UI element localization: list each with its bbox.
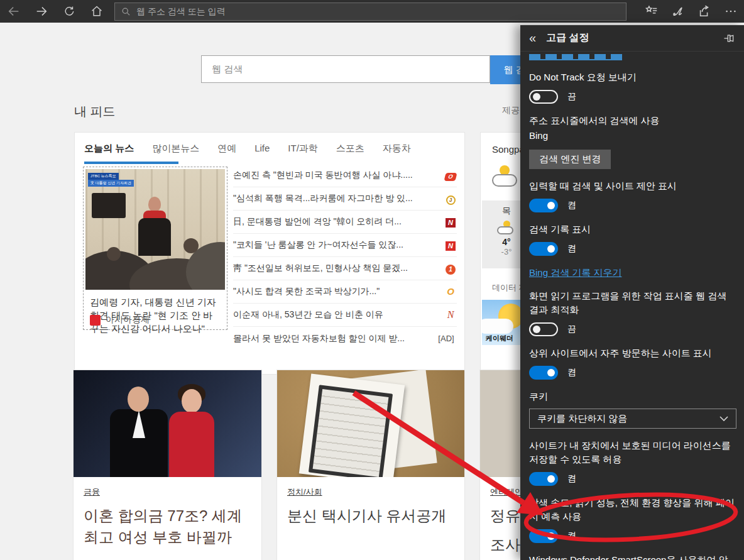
article-row[interactable]: "코치들 '난 룸살롱 안 가~여자선수들 있잖... N bbox=[233, 234, 457, 257]
toggle-state: 켬 bbox=[567, 530, 576, 542]
toggle-state: 켬 bbox=[567, 243, 576, 255]
category-link[interactable]: 엔터테인 bbox=[490, 486, 523, 498]
setting-label-do-not-track: Do Not Track 요청 보내기 bbox=[529, 70, 735, 84]
story-card-finance[interactable]: 금융 이혼 합의금 77조? 세계 최고 여성 부호 바뀔까 bbox=[73, 370, 262, 560]
story-headline[interactable]: 분신 택시기사 유서공개 bbox=[287, 505, 454, 527]
setting-label-screen-reader-optimize: 화면 읽기 프로그램을 위한 작업 표시줄 웹 검색 결과 최적화 bbox=[529, 289, 735, 317]
browser-window: 웹 주소 검색 또는 입력 웹 검색 웹 검색 내 피드 제공 bbox=[0, 0, 744, 560]
more-menu-icon[interactable] bbox=[718, 0, 744, 23]
article-row[interactable]: 日, 문대통령 발언에 격앙 "韓이 오히려 더... N bbox=[233, 211, 457, 234]
news-feed-card: 오늘의 뉴스 많이본뉴스 연예 Life IT/과학 스포츠 자동차 bbox=[74, 132, 465, 375]
story-photo-couple bbox=[74, 370, 261, 477]
cloud-icon bbox=[482, 319, 513, 334]
source-badge-icon: O bbox=[444, 173, 457, 181]
chevron-down-icon bbox=[719, 416, 728, 422]
source-badge-icon: N bbox=[447, 309, 454, 320]
news-tabs: 오늘의 뉴스 많이본뉴스 연예 Life IT/과학 스포츠 자동차 bbox=[75, 133, 464, 155]
broadcast-caption-2: 文 대통령 신년 기자회견 bbox=[88, 180, 134, 187]
source-badge-icon: N bbox=[446, 241, 456, 251]
toggle-page-prediction[interactable] bbox=[529, 529, 558, 543]
weather-ad-label: 케이웨더 bbox=[486, 334, 513, 343]
tab-most-read[interactable]: 많이본뉴스 bbox=[152, 143, 199, 155]
web-note-pen-icon[interactable] bbox=[665, 0, 691, 23]
toggle-top-sites[interactable] bbox=[529, 366, 558, 380]
forward-icon[interactable] bbox=[28, 0, 55, 23]
address-bar[interactable]: 웹 주소 검색 또는 입력 bbox=[114, 3, 626, 21]
tab-it-science[interactable]: IT/과학 bbox=[288, 143, 318, 155]
story-photo-note bbox=[277, 370, 464, 477]
tab-life[interactable]: Life bbox=[254, 143, 270, 155]
article-row[interactable]: "심석희 폭행 목격...라커룸에 자그마한 방 있... J bbox=[233, 187, 457, 211]
setting-label-search-history: 검색 기록 표시 bbox=[529, 222, 735, 236]
toggle-state: 켬 bbox=[567, 473, 576, 485]
favorites-hub-icon[interactable] bbox=[638, 0, 665, 23]
back-icon[interactable] bbox=[0, 0, 28, 23]
featured-story-photo: JTBC 뉴스특보 文 대통령 신년 기자회견 bbox=[85, 169, 225, 290]
advanced-settings-panel: « 고급 설정 Do Not Track 요청 보내기 끔 주소 표시줄에서의 … bbox=[520, 25, 744, 560]
featured-story[interactable]: JTBC 뉴스특보 文 대통령 신년 기자회견 김예령 기자, 대통령 신년 기… bbox=[83, 167, 227, 330]
setting-label-cookies: 쿠키 bbox=[529, 390, 735, 404]
address-placeholder: 웹 주소 검색 또는 입력 bbox=[136, 6, 226, 18]
partly-cloudy-icon bbox=[492, 165, 521, 187]
panel-back-chevron-icon[interactable]: « bbox=[529, 31, 536, 45]
toggle-do-not-track[interactable] bbox=[529, 90, 558, 104]
setting-label-media-licenses: 사이트가 내 장치에서 보호된 미디어 라이선스를 저장할 수 있도록 허용 bbox=[529, 439, 735, 466]
category-link[interactable]: 정치/사회 bbox=[287, 486, 322, 498]
panel-header: « 고급 설정 bbox=[520, 25, 744, 52]
setting-label-smartscreen: Windows Defender SmartScreen을 사용하여 악성 사이… bbox=[529, 553, 735, 560]
source-name: 아시아경제 bbox=[106, 314, 150, 326]
toggle-state: 켬 bbox=[567, 367, 576, 378]
tab-auto[interactable]: 자동차 bbox=[383, 143, 411, 155]
article-row[interactable]: 靑 "조선일보 허위보도, 민형사상 책임 묻겠... 1 bbox=[233, 257, 457, 280]
article-row[interactable]: 이순재 아내, 53년간 모습 안 비춘 이유 N bbox=[233, 304, 457, 327]
article-list: 손예진 측 "현빈과 미국 동반여행 사실 아냐..... O "심석희 폭행 … bbox=[233, 164, 457, 350]
toggle-search-suggestions[interactable] bbox=[529, 199, 558, 212]
clear-bing-history-link[interactable]: Bing 검색 기록 지우기 bbox=[529, 267, 622, 279]
source-badge-icon: J bbox=[446, 195, 456, 205]
setting-label-top-sites: 상위 사이트에서 자주 방문하는 사이트 표시 bbox=[529, 346, 735, 360]
tab-sports[interactable]: 스포츠 bbox=[336, 143, 364, 155]
toggle-state: 끔 bbox=[567, 324, 576, 335]
source-logo-icon bbox=[90, 315, 101, 326]
source-badge-icon: O bbox=[447, 286, 454, 297]
forecast-partly-cloudy-icon bbox=[497, 221, 516, 234]
tab-todays-news[interactable]: 오늘의 뉴스 bbox=[84, 143, 134, 155]
story-card-politics[interactable]: 정치/사회 분신 택시기사 유서공개 bbox=[276, 370, 465, 560]
article-row[interactable]: "사시도 합격 못한 조국과 박상기가..." O bbox=[233, 280, 457, 304]
browser-toolbar: 웹 주소 검색 또는 입력 bbox=[0, 0, 744, 23]
tab-entertainment[interactable]: 연예 bbox=[217, 143, 236, 155]
clipped-link-partial[interactable] bbox=[529, 54, 622, 60]
reporter-figure bbox=[148, 197, 161, 212]
web-search-placeholder: 웹 검색 bbox=[212, 63, 243, 75]
search-icon bbox=[121, 7, 131, 16]
provider-label: 제공 bbox=[502, 105, 520, 116]
broadcast-caption-1: JTBC 뉴스특보 bbox=[88, 173, 119, 180]
setting-label-page-prediction: 탐색 속도, 읽기 성능, 전체 환경 향상을 위해 페이지 예측 사용 bbox=[529, 496, 735, 524]
feed-title: 내 피드 bbox=[74, 103, 116, 120]
panel-title: 고급 설정 bbox=[546, 31, 589, 45]
article-row[interactable]: 손예진 측 "현빈과 미국 동반여행 사실 아냐..... O bbox=[233, 164, 457, 187]
source-badge-icon: 1 bbox=[446, 265, 456, 275]
refresh-icon[interactable] bbox=[55, 0, 83, 23]
toggle-state: 켬 bbox=[567, 200, 576, 211]
pin-panel-icon[interactable] bbox=[723, 32, 735, 45]
ad-label: [AD] bbox=[435, 334, 457, 343]
active-tab-underline bbox=[84, 162, 178, 164]
category-link[interactable]: 금융 bbox=[84, 486, 100, 498]
setting-label-address-bar-search: 주소 표시줄에서의 검색에 사용 bbox=[529, 114, 735, 128]
toggle-screen-reader-optimize[interactable] bbox=[529, 322, 558, 336]
web-search-input[interactable]: 웹 검색 bbox=[201, 55, 490, 83]
search-engine-value: Bing bbox=[529, 130, 735, 141]
source-badge-icon: N bbox=[446, 218, 456, 228]
article-row-ad[interactable]: 몰라서 못 받았던 자동차보험 할인 이제 받... [AD] bbox=[233, 327, 457, 350]
cookies-dropdown[interactable]: 쿠키를 차단하지 않음 bbox=[529, 409, 736, 429]
story-headline[interactable]: 이혼 합의금 77조? 세계 최고 여성 부호 바뀔까 bbox=[84, 505, 251, 548]
home-icon[interactable] bbox=[83, 0, 111, 23]
setting-label-search-suggestions: 입력할 때 검색 및 사이트 제안 표시 bbox=[529, 179, 735, 193]
toggle-search-history[interactable] bbox=[529, 242, 558, 256]
toggle-media-licenses[interactable] bbox=[529, 472, 558, 486]
share-icon[interactable] bbox=[691, 0, 718, 23]
cookies-dropdown-value: 쿠키를 차단하지 않음 bbox=[537, 413, 627, 425]
weather-location: Songpa bbox=[492, 144, 525, 155]
change-search-engine-button[interactable]: 검색 엔진 변경 bbox=[529, 150, 611, 169]
